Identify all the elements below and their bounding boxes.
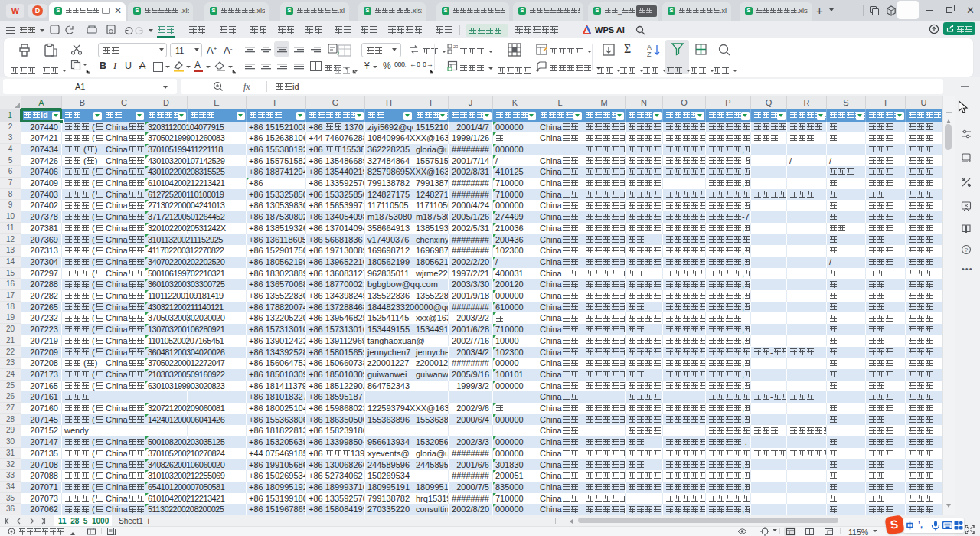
svg-text:23: 23	[453, 44, 458, 49]
svg-text:?: ?	[965, 247, 969, 253]
svg-text:Z: Z	[647, 51, 652, 57]
